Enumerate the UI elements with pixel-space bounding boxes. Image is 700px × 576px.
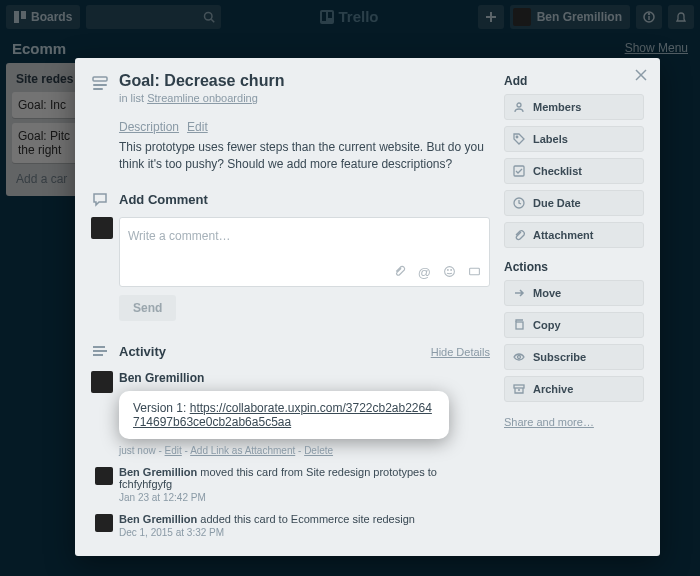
mention-icon[interactable]: @ bbox=[418, 265, 431, 280]
svg-point-25 bbox=[516, 136, 518, 138]
avatar bbox=[91, 371, 113, 393]
card-title[interactable]: Goal: Decrease churn bbox=[119, 72, 284, 90]
send-button[interactable]: Send bbox=[119, 295, 176, 321]
edit-comment-link[interactable]: Edit bbox=[165, 445, 182, 456]
comment-input[interactable]: Write a comment… @ bbox=[119, 217, 490, 287]
activity-header: Activity bbox=[119, 344, 166, 359]
actions-section-header: Actions bbox=[504, 260, 644, 274]
archive-button[interactable]: Archive bbox=[504, 376, 644, 402]
svg-point-19 bbox=[451, 269, 452, 270]
activity-time: Jan 23 at 12:42 PM bbox=[119, 492, 490, 503]
activity-author[interactable]: Ben Gremillion bbox=[119, 513, 197, 525]
svg-rect-23 bbox=[93, 354, 103, 356]
svg-point-24 bbox=[517, 103, 521, 107]
activity-item: Ben Gremillion moved this card from Site… bbox=[119, 466, 490, 503]
close-icon bbox=[634, 68, 648, 82]
svg-rect-21 bbox=[93, 346, 105, 348]
add-comment-header: Add Comment bbox=[119, 192, 208, 207]
activity-author[interactable]: Ben Gremillion bbox=[119, 466, 197, 478]
attachment-button[interactable]: Attachment bbox=[504, 222, 644, 248]
members-icon bbox=[513, 101, 525, 113]
subscribe-button[interactable]: Subscribe bbox=[504, 344, 644, 370]
in-list-text: in list Streamline onboarding bbox=[119, 92, 284, 104]
activity-time: just now bbox=[119, 445, 156, 456]
svg-rect-14 bbox=[93, 77, 107, 81]
attach-icon[interactable] bbox=[393, 265, 406, 280]
svg-rect-20 bbox=[470, 268, 480, 275]
share-more-link[interactable]: Share and more… bbox=[504, 416, 594, 428]
clock-icon bbox=[513, 197, 525, 209]
card-icon[interactable] bbox=[468, 265, 481, 280]
svg-rect-22 bbox=[93, 350, 107, 352]
comment-bubble: Version 1: https://collaborate.uxpin.com… bbox=[119, 391, 449, 439]
due-date-button[interactable]: Due Date bbox=[504, 190, 644, 216]
close-button[interactable] bbox=[634, 68, 648, 82]
svg-rect-28 bbox=[516, 322, 523, 329]
avatar bbox=[95, 467, 113, 485]
svg-point-29 bbox=[518, 356, 521, 359]
copy-icon bbox=[513, 319, 525, 331]
comment-placeholder: Write a comment… bbox=[128, 229, 230, 243]
svg-rect-15 bbox=[93, 84, 107, 86]
attachment-icon bbox=[513, 229, 525, 241]
in-list-link[interactable]: Streamline onboarding bbox=[147, 92, 258, 104]
card-title-icon bbox=[91, 74, 109, 92]
add-section-header: Add bbox=[504, 74, 644, 88]
copy-button[interactable]: Copy bbox=[504, 312, 644, 338]
activity-icon bbox=[91, 343, 109, 361]
hide-details-link[interactable]: Hide Details bbox=[431, 346, 490, 358]
avatar bbox=[91, 217, 113, 239]
activity-time: Dec 1, 2015 at 3:32 PM bbox=[119, 527, 490, 538]
avatar bbox=[95, 514, 113, 532]
arrow-right-icon bbox=[513, 287, 525, 299]
eye-icon bbox=[513, 351, 525, 363]
edit-description-link[interactable]: Edit bbox=[187, 120, 208, 134]
comment-icon bbox=[91, 191, 109, 209]
card-detail-modal: Goal: Decrease churn in list Streamline … bbox=[75, 58, 660, 556]
activity-author[interactable]: Ben Gremillion bbox=[119, 371, 490, 385]
activity-item: Ben Gremillion Version 1: https://collab… bbox=[119, 371, 490, 456]
svg-rect-16 bbox=[93, 88, 103, 90]
svg-point-18 bbox=[447, 269, 448, 270]
checklist-button[interactable]: Checklist bbox=[504, 158, 644, 184]
checklist-icon bbox=[513, 165, 525, 177]
add-link-attachment-link[interactable]: Add Link as Attachment bbox=[190, 445, 295, 456]
description-text[interactable]: This prototype uses fewer steps than the… bbox=[119, 139, 490, 173]
archive-icon bbox=[513, 383, 525, 395]
svg-point-17 bbox=[445, 266, 455, 276]
svg-rect-26 bbox=[514, 166, 524, 176]
delete-comment-link[interactable]: Delete bbox=[304, 445, 333, 456]
activity-text: added this card to Ecommerce site redesi… bbox=[197, 513, 415, 525]
labels-icon bbox=[513, 133, 525, 145]
activity-item: Ben Gremillion added this card to Ecomme… bbox=[119, 513, 490, 538]
card-sidebar: Add Members Labels Checklist Due Date At… bbox=[504, 72, 644, 546]
labels-button[interactable]: Labels bbox=[504, 126, 644, 152]
svg-rect-30 bbox=[514, 385, 524, 388]
activity-meta: just now - Edit - Add Link as Attachment… bbox=[119, 445, 490, 456]
description-label: Description bbox=[119, 120, 179, 134]
emoji-icon[interactable] bbox=[443, 265, 456, 280]
move-button[interactable]: Move bbox=[504, 280, 644, 306]
comment-prefix: Version 1: bbox=[133, 401, 190, 415]
members-button[interactable]: Members bbox=[504, 94, 644, 120]
